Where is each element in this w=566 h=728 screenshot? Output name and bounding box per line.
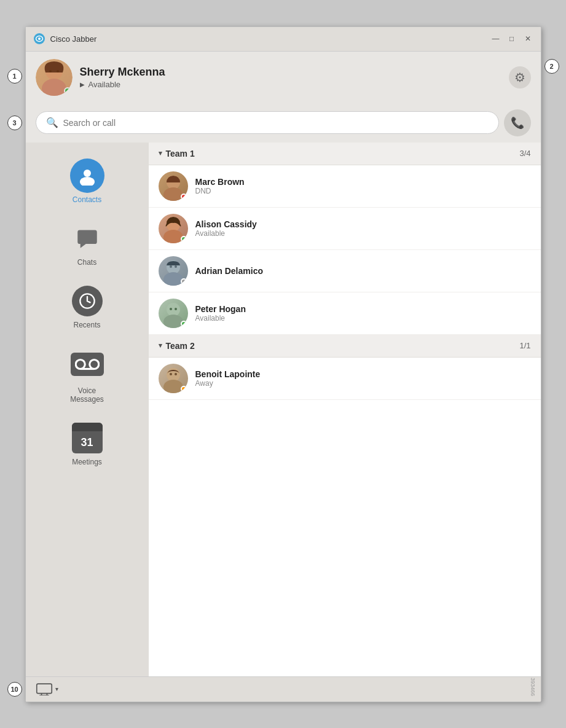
- contact-adrian-delamico[interactable]: Adrian Delamico: [149, 250, 541, 292]
- team1-chevron-icon: ▾: [159, 149, 162, 157]
- sidebar-voice-messages-label: VoiceMessages: [70, 386, 104, 404]
- svg-point-23: [163, 315, 183, 328]
- calendar-body: 31: [81, 431, 93, 453]
- annotation-10: 10: [7, 682, 22, 697]
- svg-point-21: [175, 265, 177, 268]
- main-content: 4 Contacts 5: [26, 143, 541, 676]
- minimize-button[interactable]: —: [490, 33, 501, 44]
- sidebar-item-contacts[interactable]: Contacts: [26, 152, 149, 210]
- svg-point-7: [80, 177, 95, 186]
- team1-header-left: ▾ Team 1: [159, 149, 195, 159]
- annotation-2: 2: [544, 59, 559, 74]
- svg-point-28: [170, 373, 172, 375]
- calendar-day: 31: [81, 436, 93, 449]
- marc-brown-info: Marc Brown DND: [195, 177, 531, 195]
- svg-point-5: [57, 70, 59, 72]
- team2-count: 1/1: [519, 341, 530, 350]
- profile-bar: 1 2 Sherry Mckenna ▶ Available: [26, 52, 541, 103]
- profile-name: Sherry Mckenna: [80, 66, 509, 79]
- chevron-right-icon: ▶: [80, 81, 85, 88]
- close-button[interactable]: ✕: [522, 33, 533, 44]
- share-screen-icon: [36, 683, 53, 695]
- benoit-lapointe-status-dot: [181, 386, 187, 392]
- search-input[interactable]: [63, 118, 489, 128]
- peter-hogan-status-dot: [181, 321, 187, 327]
- marc-brown-name: Marc Brown: [195, 177, 531, 187]
- annotation-3: 3: [7, 115, 22, 130]
- adrian-delamico-name: Adrian Delamico: [195, 266, 531, 276]
- peter-hogan-status: Available: [195, 314, 531, 323]
- chats-icon-wrap: [70, 221, 104, 256]
- svg-point-11: [76, 359, 85, 369]
- sidebar-recents-wrapper: 6 Recents: [26, 278, 149, 335]
- app-window: Cisco Jabber — □ ✕ 1 2: [25, 26, 541, 702]
- alison-cassidy-avatar: [159, 214, 188, 243]
- svg-point-3: [42, 79, 66, 96]
- team1-name: Team 1: [166, 149, 195, 159]
- alison-cassidy-status-dot: [181, 236, 187, 242]
- calendar-box: 31: [72, 423, 103, 453]
- sidebar-recents-label: Recents: [73, 321, 100, 329]
- recents-icon-wrap: [70, 284, 104, 318]
- marc-brown-status-dot: [181, 194, 187, 200]
- svg-point-6: [84, 170, 91, 177]
- marc-brown-avatar: [159, 171, 188, 201]
- alison-cassidy-info: Alison Cassidy Available: [195, 219, 531, 238]
- contacts-icon-wrap: [70, 159, 104, 193]
- contact-peter-hogan[interactable]: Peter Hogan Available: [149, 292, 541, 335]
- team2-name: Team 2: [166, 341, 195, 351]
- sidebar-item-voice-messages[interactable]: VoiceMessages: [26, 341, 149, 410]
- alison-cassidy-name: Alison Cassidy: [195, 219, 531, 229]
- sidebar-chats-label: Chats: [77, 258, 96, 267]
- svg-point-17: [163, 230, 183, 243]
- profile-status-row: ▶ Available: [80, 80, 509, 89]
- svg-point-24: [170, 308, 172, 310]
- avatar[interactable]: [36, 59, 73, 96]
- svg-point-19: [163, 272, 183, 286]
- sidebar-item-chats[interactable]: Chats: [26, 215, 149, 273]
- call-button[interactable]: 📞: [504, 109, 531, 136]
- svg-point-4: [49, 70, 52, 72]
- sidebar-contacts-wrapper: 4 Contacts: [26, 152, 149, 210]
- share-screen-button[interactable]: ▾: [36, 683, 58, 695]
- sidebar-chats-wrapper: 5 Chats: [26, 215, 149, 273]
- contact-alison-cassidy[interactable]: Alison Cassidy Available: [149, 208, 541, 250]
- adrian-delamico-info: Adrian Delamico: [195, 266, 531, 276]
- profile-info: Sherry Mckenna ▶ Available: [80, 66, 509, 89]
- sidebar-meetings-label: Meetings: [72, 458, 102, 466]
- team1-header: 9 ▾ Team 1 3/4: [149, 143, 541, 165]
- svg-point-27: [163, 380, 183, 393]
- svg-point-20: [170, 265, 172, 268]
- team2-header-left: ▾ Team 2: [159, 341, 195, 351]
- sidebar-item-recents[interactable]: Recents: [26, 278, 149, 335]
- contact-benoit-lapointe[interactable]: Benoit Lapointe Away: [149, 358, 541, 400]
- sidebar: 4 Contacts 5: [26, 143, 149, 676]
- svg-point-15: [163, 187, 183, 201]
- search-bar: 3 🔍 📞: [26, 103, 541, 143]
- sidebar-item-meetings[interactable]: 31 Meetings: [26, 415, 149, 472]
- alison-cassidy-status: Available: [195, 229, 531, 238]
- adrian-delamico-status-dot: [181, 278, 187, 284]
- titlebar: Cisco Jabber — □ ✕: [26, 27, 541, 52]
- svg-marker-9: [80, 244, 85, 248]
- cisco-jabber-icon: [33, 33, 45, 45]
- meetings-icon-wrap: 31: [70, 421, 104, 455]
- maximize-button[interactable]: □: [506, 33, 517, 44]
- team1-count: 3/4: [519, 149, 530, 158]
- window-controls: — □ ✕: [490, 33, 533, 44]
- app-title: Cisco Jabber: [50, 34, 490, 44]
- benoit-lapointe-status: Away: [195, 379, 531, 388]
- search-input-wrap[interactable]: 🔍: [36, 111, 499, 134]
- calendar-header: [72, 423, 103, 431]
- annotation-1: 1: [7, 69, 22, 84]
- contact-marc-brown[interactable]: Marc Brown DND: [149, 165, 541, 208]
- sidebar-contacts-label: Contacts: [73, 195, 101, 204]
- gear-icon: ⚙: [514, 70, 525, 85]
- bottom-bar: 10 ▾: [26, 676, 541, 702]
- benoit-lapointe-avatar: [159, 364, 188, 393]
- recents-icon-bg: [72, 286, 103, 316]
- svg-point-22: [167, 303, 180, 316]
- marc-brown-status: DND: [195, 187, 531, 195]
- settings-button[interactable]: ⚙: [509, 66, 531, 88]
- svg-point-12: [89, 359, 98, 369]
